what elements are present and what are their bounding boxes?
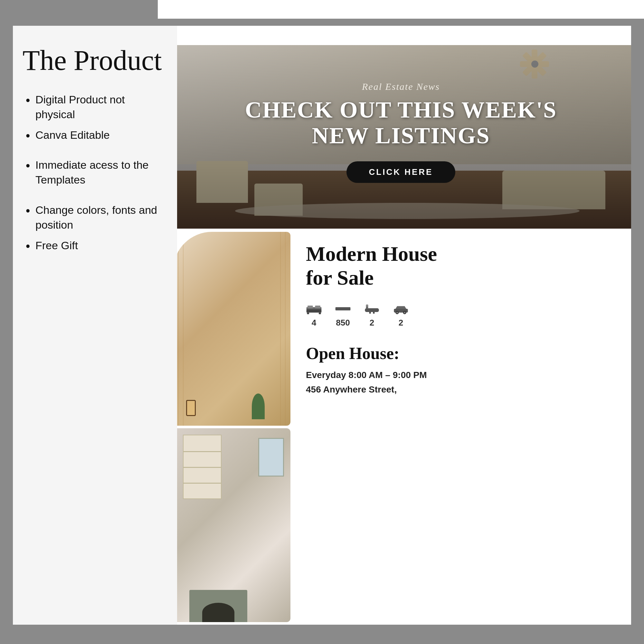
feature-garage: 2 xyxy=(393,302,409,328)
svg-rect-16 xyxy=(373,312,374,314)
curtain-line xyxy=(285,232,286,426)
svg-point-14 xyxy=(366,305,368,307)
outer-container: The Product Digital Product not physical… xyxy=(13,26,631,625)
lantern xyxy=(186,400,196,416)
svg-rect-0 xyxy=(307,309,322,313)
feature-beds: 4 xyxy=(306,302,322,328)
bullet-list: Digital Product not physical Canva Edita… xyxy=(13,86,177,265)
hero-main-title: CHECK OUT THIS WEEK'SNEW LISTINGS xyxy=(245,97,557,148)
listing-title: Modern Housefor Sale xyxy=(306,242,618,289)
svg-rect-4 xyxy=(307,313,309,314)
product-title: The Product xyxy=(13,26,177,86)
curtain-line xyxy=(178,232,179,426)
listing-info: Modern Housefor Sale 4 xyxy=(293,229,631,625)
open-house-label: Open House: xyxy=(306,344,618,363)
open-house-address: 456 Anywhere Street, xyxy=(306,383,618,397)
open-house-time: Everyday 8:00 AM – 9:00 PM xyxy=(306,368,618,383)
ruler-icon xyxy=(335,302,351,315)
plant xyxy=(252,393,265,419)
bath-count: 2 xyxy=(370,318,374,328)
feature-baths: 2 xyxy=(364,302,380,328)
click-here-button[interactable]: CLICK HERE xyxy=(346,161,456,183)
svg-rect-3 xyxy=(315,306,320,308)
list-item: Digital Product not physical xyxy=(26,92,164,122)
room-photo-1 xyxy=(173,232,290,426)
svg-point-20 xyxy=(396,312,398,313)
bed-count: 4 xyxy=(312,318,316,328)
hero-section: Real Estate News CHECK OUT THIS WEEK'SNE… xyxy=(171,45,631,229)
garage-count: 2 xyxy=(399,318,403,328)
bath-icon xyxy=(364,302,380,315)
bottom-section: Modern Housefor Sale 4 xyxy=(171,229,631,625)
left-panel: The Product Digital Product not physical… xyxy=(13,26,177,625)
svg-point-21 xyxy=(404,312,405,313)
shelf-bar xyxy=(184,451,221,452)
list-item: Immediate acess to the Templates xyxy=(26,158,164,187)
list-item: Free Gift xyxy=(26,238,164,253)
window xyxy=(258,438,284,477)
curtain-line xyxy=(280,232,281,426)
room-photo-2 xyxy=(173,428,290,622)
fireplace-opening xyxy=(202,603,234,622)
features-row: 4 850 xyxy=(306,302,618,328)
svg-rect-12 xyxy=(365,308,379,312)
list-item: Change colors, fonts and position xyxy=(26,203,164,232)
svg-rect-5 xyxy=(319,313,321,314)
feature-area: 850 xyxy=(335,302,351,328)
shelf-bar xyxy=(184,467,221,468)
area-value: 850 xyxy=(336,318,350,328)
svg-rect-2 xyxy=(308,306,313,308)
bed-icon xyxy=(306,302,322,315)
list-item: Canva Editable xyxy=(26,128,164,143)
curtain-line xyxy=(183,232,184,426)
photo-column xyxy=(171,229,293,625)
svg-rect-15 xyxy=(369,312,371,314)
hero-text-container: Real Estate News CHECK OUT THIS WEEK'SNE… xyxy=(171,45,631,229)
svg-rect-6 xyxy=(336,307,351,310)
white-strip-spacer xyxy=(158,0,644,19)
right-panel: Real Estate News CHECK OUT THIS WEEK'SNE… xyxy=(171,26,631,625)
shelf-bar xyxy=(184,483,221,484)
fireplace xyxy=(189,590,247,622)
car-icon xyxy=(393,302,409,315)
shelf-unit xyxy=(183,435,222,499)
hero-subtitle: Real Estate News xyxy=(362,81,440,92)
